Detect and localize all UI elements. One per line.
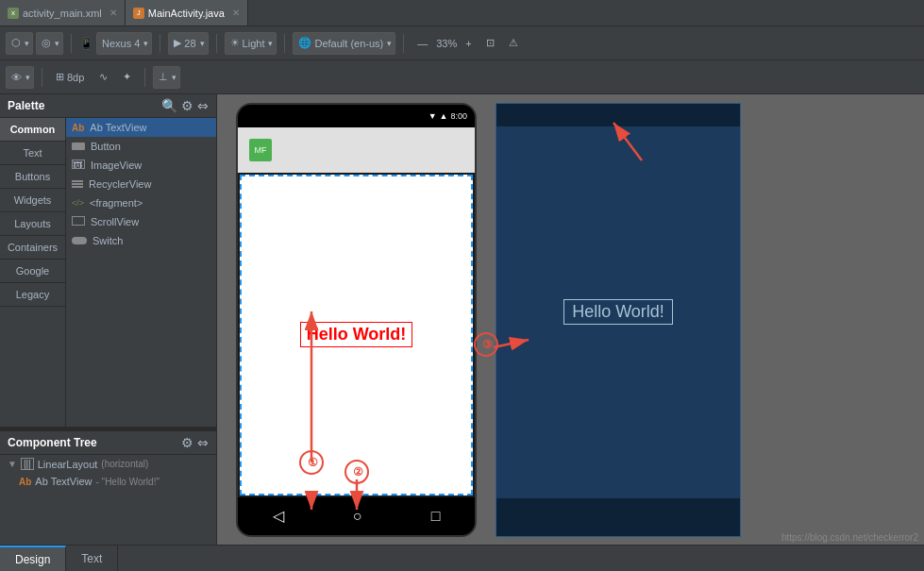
category-common-label: Common — [10, 124, 56, 135]
status-icons: ▼ ▲ 8:00 — [428, 111, 467, 121]
textview-text: Ab TextView — [35, 476, 92, 487]
wave-btn[interactable]: ∿ — [93, 66, 113, 89]
device-label: Nexus 4 — [102, 38, 140, 49]
comp-tree-expand-icon[interactable]: ⇔ — [197, 435, 209, 450]
category-legacy[interactable]: Legacy — [0, 283, 65, 307]
device-icon: 📱 — [79, 37, 93, 50]
nav-recent-btn[interactable]: □ — [431, 508, 441, 525]
fit-icon: ⊡ — [486, 37, 495, 49]
magic-icon: ✦ — [123, 71, 131, 83]
api-dropdown[interactable]: ▶ 28 — [168, 32, 208, 55]
palette-item-scrollview[interactable]: ScrollView — [66, 212, 216, 231]
button-icon — [72, 141, 85, 152]
zoom-in-btn[interactable]: + — [460, 32, 477, 55]
category-common[interactable]: Common — [0, 118, 65, 142]
category-layouts-label: Layouts — [14, 218, 51, 229]
canvas-area[interactable]: ▼ ▲ 8:00 MF Hello World! ◁ ○ □ — [217, 94, 924, 545]
textview-icon: Ab — [72, 123, 84, 133]
category-google[interactable]: Google — [0, 260, 65, 283]
zoom-out-icon: — — [417, 38, 428, 49]
palette-content: Common Text Buttons Widgets Layouts — [0, 118, 216, 427]
device-dropdown[interactable]: Nexus 4 — [96, 32, 152, 55]
tab-java-close[interactable]: ✕ — [232, 8, 240, 18]
fit-btn[interactable]: ⊡ — [480, 32, 500, 55]
nav-back-btn[interactable]: ◁ — [273, 507, 284, 525]
palette-expand-icon[interactable]: ⇔ — [197, 98, 209, 113]
api-label: 28 — [184, 38, 195, 49]
theme-dropdown[interactable]: ☀ Light — [225, 32, 277, 55]
zoom-section: — 33% + ⊡ ⚠ — [412, 32, 523, 55]
category-widgets[interactable]: Widgets — [0, 189, 65, 212]
textview-detail: - "Hello World!" — [95, 477, 160, 487]
palette-item-recyclerview[interactable]: RecyclerView — [66, 175, 216, 193]
phone-nav-bar: ◁ ○ □ — [238, 497, 475, 535]
palette-item-switch[interactable]: Switch — [66, 231, 216, 250]
scrollview-icon — [72, 216, 85, 227]
palette-item-imageview[interactable]: 🖼 ImageView — [66, 156, 216, 175]
tab-text[interactable]: Text — [66, 546, 118, 571]
linearlayout-text: LinearLayout — [38, 459, 98, 470]
design-icon: ⬡ — [11, 37, 21, 49]
zoom-out-btn[interactable]: — — [412, 32, 433, 55]
constraint-dropdown[interactable]: ⊥ — [153, 66, 180, 89]
category-buttons[interactable]: Buttons — [0, 165, 65, 189]
palette-item-textview[interactable]: Ab Ab TextView — [66, 118, 216, 137]
tree-item-linearlayout[interactable]: ▼ ||| LinearLayout (horizontal) — [0, 455, 216, 473]
visibility-dropdown[interactable]: 👁 — [6, 66, 34, 89]
locale-dropdown[interactable]: 🌐 Default (en-us) — [293, 32, 395, 55]
tab-design[interactable]: Design — [0, 546, 66, 571]
palette-item-button[interactable]: Button — [66, 137, 216, 156]
watermark-url: https://blog.csdn.net/checkerror2 — [776, 530, 924, 545]
palette-item-fragment[interactable]: </> <fragment> — [66, 193, 216, 212]
tab-java[interactable]: J MainActivity.java ✕ — [126, 0, 248, 25]
divider-4 — [284, 34, 285, 53]
category-widgets-label: Widgets — [14, 194, 52, 206]
sec-divider-1 — [42, 68, 42, 87]
palette-header: Palette 🔍 ⚙ ⇔ — [0, 94, 216, 118]
palette-search-icon[interactable]: 🔍 — [161, 98, 177, 113]
blueprint-icon: ◎ — [42, 37, 51, 49]
tab-design-label: Design — [15, 553, 50, 566]
phone-content[interactable]: Hello World! — [240, 175, 473, 495]
preview-top-bar — [496, 104, 740, 126]
margin-btn[interactable]: ⊞ 8dp — [50, 66, 90, 89]
secondary-toolbar: 👁 ⊞ 8dp ∿ ✦ ⊥ — [0, 60, 924, 94]
comp-tree-settings-icon[interactable]: ⚙ — [181, 435, 193, 450]
category-google-label: Google — [16, 265, 49, 277]
warning-btn[interactable]: ⚠ — [503, 32, 524, 55]
magic-btn[interactable]: ✦ — [117, 66, 137, 89]
zoom-label: 33% — [436, 38, 457, 49]
nav-home-btn[interactable]: ○ — [353, 508, 362, 525]
tree-linearlayout-label: ▼ ||| LinearLayout (horizontal) — [8, 458, 209, 470]
linearlayout-icon: ||| — [21, 458, 34, 470]
tree-textview-label: Ab Ab TextView - "Hello World!" — [19, 476, 209, 487]
design-surface-dropdown[interactable]: ⬡ — [6, 32, 33, 55]
palette-items-list: Ab Ab TextView Button 🖼 ImageView — [66, 118, 216, 427]
tab-xml-close[interactable]: ✕ — [109, 8, 117, 18]
wave-icon: ∿ — [99, 71, 108, 83]
warning-icon: ⚠ — [509, 37, 518, 49]
category-text[interactable]: Text — [0, 142, 65, 165]
category-containers-label: Containers — [8, 242, 58, 253]
palette-item-scrollview-label: ScrollView — [91, 216, 139, 227]
preview-content: Hello World! — [496, 126, 740, 498]
tree-item-textview[interactable]: Ab Ab TextView - "Hello World!" — [0, 473, 216, 490]
imageview-icon: 🖼 — [72, 160, 85, 171]
category-layouts[interactable]: Layouts — [0, 212, 65, 236]
tab-java-label: MainActivity.java — [148, 8, 225, 19]
palette-actions: 🔍 ⚙ ⇔ — [161, 98, 209, 113]
blueprint-dropdown[interactable]: ◎ — [36, 32, 63, 55]
tab-xml[interactable]: x activity_main.xml ✕ — [0, 0, 126, 25]
eye-icon: 👁 — [11, 72, 22, 83]
tree-arrow-icon: ▼ — [8, 459, 17, 469]
palette-item-fragment-label: <fragment> — [90, 197, 143, 209]
category-containers[interactable]: Containers — [0, 236, 65, 260]
left-panel: Palette 🔍 ⚙ ⇔ Common Text Bu — [0, 94, 217, 545]
wifi-icon: ▼ — [428, 111, 437, 121]
svg-text:③: ③ — [482, 338, 493, 351]
hello-world-text: Hello World! — [300, 322, 413, 347]
app-icon: MF — [249, 139, 272, 161]
signal-icon: ▲ — [440, 111, 448, 121]
main-toolbar: ⬡ ◎ 📱 Nexus 4 ▶ 28 ☀ Light 🌐 Default (en… — [0, 26, 924, 60]
palette-settings-icon[interactable]: ⚙ — [181, 98, 193, 113]
